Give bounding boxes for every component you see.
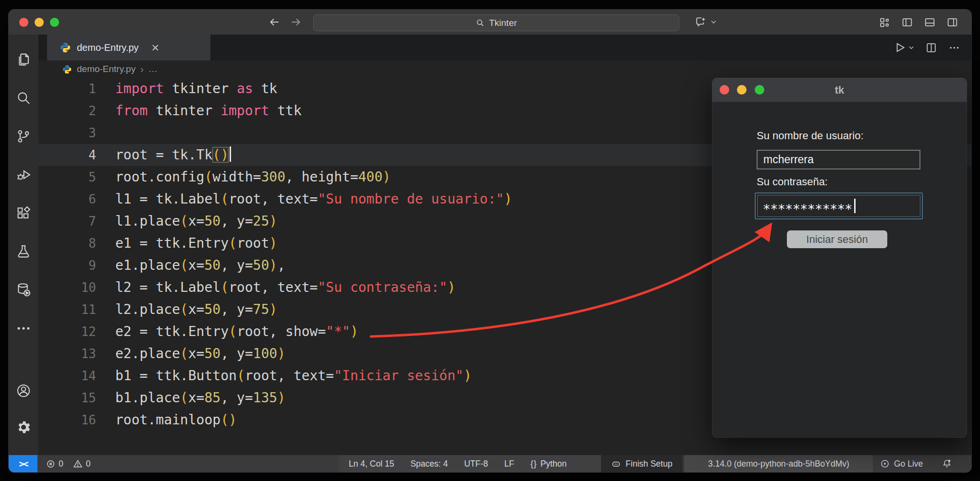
- line-number: 9: [38, 254, 96, 277]
- toggle-primary-sidebar-icon[interactable]: [901, 16, 914, 29]
- python-icon: [60, 42, 71, 53]
- close-icon[interactable]: ✕: [151, 43, 160, 53]
- go-live-button[interactable]: Go Live: [880, 455, 923, 472]
- tk-window-title: tk: [835, 84, 845, 96]
- toggle-panel-icon[interactable]: [923, 16, 936, 29]
- password-label: Su contraseña:: [757, 176, 828, 188]
- explorer-icon[interactable]: [15, 51, 32, 68]
- line-number: 15: [38, 387, 96, 409]
- tab-label: demo-Entry.py: [77, 42, 139, 53]
- maximize-window-button[interactable]: [50, 18, 59, 27]
- line-number: 2: [38, 100, 96, 122]
- error-count: 0: [59, 459, 63, 469]
- braces-icon: {}: [530, 459, 537, 469]
- run-and-debug-icon[interactable]: [15, 167, 32, 183]
- problems-status[interactable]: 0 0: [46, 455, 90, 472]
- line-number: 3: [38, 122, 96, 144]
- ellipsis-icon[interactable]: [948, 41, 961, 54]
- tk-maximize-button[interactable]: [755, 85, 764, 95]
- breadcrumb: demo-Entry.py › …: [38, 60, 971, 78]
- line-number: 5: [38, 166, 96, 188]
- back-arrow[interactable]: [268, 16, 281, 28]
- text-cursor: [854, 199, 856, 213]
- tab-bar: demo-Entry.py ✕: [38, 35, 971, 60]
- search-icon: [476, 18, 485, 27]
- login-button[interactable]: Iniciar sesión: [787, 230, 887, 248]
- python-interpreter-status[interactable]: 3.14.0 (demo-python-adb-5hBoYdMv): [685, 455, 873, 472]
- search-icon[interactable]: [15, 90, 32, 106]
- close-window-button[interactable]: [19, 18, 28, 27]
- editor-cursor: [230, 146, 231, 162]
- activity-bar: [9, 35, 39, 455]
- bell-icon: [942, 458, 952, 469]
- line-number: 16: [38, 409, 96, 431]
- line-number: 12: [38, 321, 96, 343]
- tk-window: tk Su nombre de usuario: mcherrera Su co…: [712, 78, 967, 437]
- python-icon: [62, 64, 72, 74]
- warning-count: 0: [86, 459, 91, 469]
- finish-setup-button[interactable]: Finish Setup: [601, 455, 683, 472]
- cursor-position[interactable]: Ln 4, Col 15: [349, 459, 394, 469]
- chevron-down-icon: [710, 18, 717, 25]
- minimize-window-button[interactable]: [35, 18, 44, 27]
- line-number: 1: [38, 78, 96, 100]
- run-button[interactable]: [894, 41, 915, 54]
- breadcrumb-file[interactable]: demo-Entry.py: [77, 64, 135, 74]
- username-label: Su nombre de usuario:: [757, 130, 864, 142]
- toggle-secondary-sidebar-icon[interactable]: [946, 16, 959, 29]
- line-number: 6: [38, 188, 96, 210]
- breadcrumb-separator: ›: [140, 64, 144, 75]
- warning-icon: [73, 459, 83, 469]
- copilot-icon: [695, 15, 707, 28]
- command-center-search[interactable]: Tkinter: [313, 14, 679, 31]
- accounts-icon[interactable]: [15, 383, 32, 399]
- interpreter-label: 3.14.0 (demo-python-adb-5hBoYdMv): [708, 459, 849, 469]
- database-runner-icon[interactable]: [15, 282, 32, 298]
- tk-minimize-button[interactable]: [737, 85, 747, 95]
- tk-close-button[interactable]: [720, 85, 729, 95]
- eol[interactable]: LF: [504, 459, 514, 469]
- breadcrumb-ellipsis[interactable]: …: [148, 64, 158, 74]
- line-number: 11: [38, 299, 96, 321]
- line-number: 8: [38, 232, 96, 254]
- line-number: 10: [38, 277, 96, 299]
- error-icon: [46, 459, 55, 469]
- remote-icon: ><: [19, 458, 27, 469]
- username-field[interactable]: mcherrera: [757, 150, 920, 169]
- source-control-icon[interactable]: [15, 128, 32, 144]
- remote-indicator[interactable]: ><: [9, 455, 37, 472]
- username-value: mcherrera: [763, 153, 814, 166]
- extensions-icon[interactable]: [15, 205, 32, 221]
- password-field[interactable]: ************: [755, 192, 923, 219]
- desktop: Tkinter: [0, 0, 980, 481]
- password-mask: ************: [763, 202, 853, 216]
- search-text: Tkinter: [489, 18, 517, 28]
- tab-demo-entry-py[interactable]: demo-Entry.py ✕: [47, 35, 210, 60]
- go-live-label: Go Live: [894, 459, 923, 469]
- line-number: 14: [38, 365, 96, 387]
- chevron-down-icon: [908, 44, 915, 51]
- copilot-button[interactable]: [695, 15, 717, 28]
- forward-arrow[interactable]: [290, 16, 302, 28]
- settings-gear-icon[interactable]: [15, 419, 32, 435]
- more-icon[interactable]: [15, 320, 32, 337]
- customize-layout-icon[interactable]: [878, 16, 891, 29]
- notifications-bell[interactable]: [942, 455, 952, 472]
- titlebar: Tkinter: [9, 10, 971, 35]
- testing-icon[interactable]: [15, 243, 32, 260]
- line-number: 4: [38, 144, 96, 166]
- language-label: Python: [540, 459, 566, 469]
- copilot-icon: [611, 459, 621, 469]
- language-mode[interactable]: {} Python: [530, 459, 566, 469]
- finish-setup-label: Finish Setup: [625, 459, 672, 469]
- tk-titlebar: tk: [712, 78, 967, 102]
- go-live-icon: [880, 459, 890, 469]
- line-number: 7: [38, 210, 96, 232]
- editor-status-group: Ln 4, Col 15 Spaces: 4 UTF-8 LF {} Pytho…: [339, 455, 605, 472]
- login-button-label: Iniciar sesión: [806, 233, 868, 246]
- indentation[interactable]: Spaces: 4: [410, 459, 448, 469]
- status-bar: >< 0 0 Ln 4, Col 15 Spaces: 4 UTF-8 LF {…: [9, 455, 971, 472]
- encoding[interactable]: UTF-8: [464, 459, 488, 469]
- split-editor-icon[interactable]: [925, 41, 938, 54]
- line-number: 13: [38, 343, 96, 365]
